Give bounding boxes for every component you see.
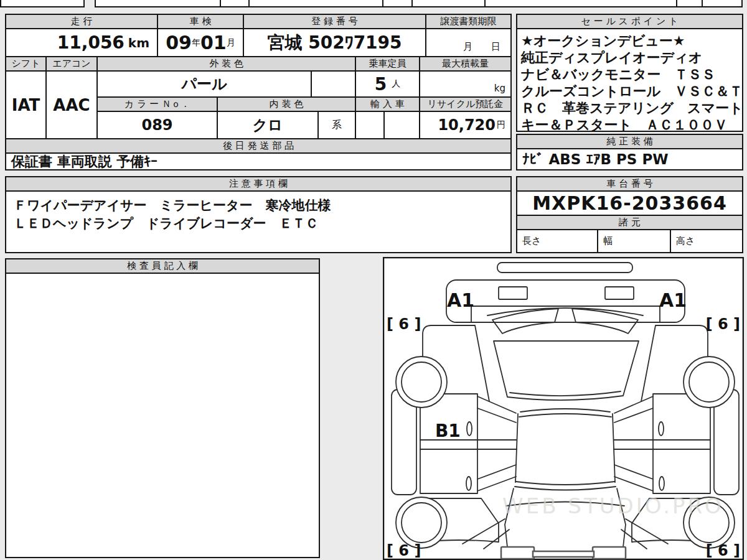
exterior-color-extra-cell — [311, 70, 356, 98]
header-exterior-color: 外 装 色 — [96, 56, 356, 72]
shift-value: IAT — [5, 70, 47, 139]
corner-label-top-left: [ 6 ] — [387, 315, 421, 333]
sliver-cell — [220, 0, 250, 7]
sliver-cell — [0, 0, 85, 7]
sliver-cell — [95, 0, 221, 7]
sales-point-body: ★オークションデビュー★ 純正ディスプレイオーディオ ナビ＆バックモニター ＴＳ… — [516, 28, 743, 132]
inspector-entry-body — [5, 273, 320, 558]
sliver-cell — [248, 0, 383, 7]
shaken-month-unit: 月 — [227, 37, 235, 49]
sales-point-line: キー＆Ｐスタート ＡＣ１００Ｖ — [521, 116, 728, 132]
header-shift: シフト — [5, 56, 47, 72]
damage-label-a1-left: A1 — [447, 289, 474, 311]
import-cell-2 — [383, 111, 420, 139]
header-aircon: エアコン — [45, 56, 98, 72]
chassis-number-value: MXPK16-2033664 — [516, 190, 743, 216]
shaken-month: 01 — [200, 32, 227, 54]
genuine-equipment-value: ﾅﾋﾞ ABS ｴｱB PS PW — [516, 148, 743, 170]
header-import: 輸 入 車 — [355, 96, 420, 112]
later-parts-value: 保証書 車両取説 予備ｷｰ — [5, 152, 512, 170]
registration-value: 宮城 502ﾜ7195 — [243, 28, 426, 57]
recycle-unit: 円 — [497, 119, 505, 131]
aircon-value: AAC — [45, 70, 98, 139]
interior-color-suffix: 系 — [317, 111, 356, 139]
auction-sheet: 走 行 車 検 登 録 番 号 譲渡書類期限 11,056 km 09 年 01… — [0, 0, 747, 560]
sliver-cell — [411, 0, 486, 7]
corner-label-bottom-left: [ 6 ] — [387, 542, 421, 559]
car-diagram-box: A1 A1 B1 [ 6 ] [ 6 ] [ 6 ] [ 6 ] WEB STU… — [383, 257, 744, 560]
sliver-cell — [702, 0, 743, 7]
shaken-year-unit: 年 — [192, 37, 200, 49]
capacity-unit: 人 — [392, 78, 400, 90]
import-cell-1 — [355, 111, 385, 139]
sliver-cell — [676, 0, 703, 7]
header-capacity: 乗車定員 — [355, 56, 420, 72]
header-inspector-entry: 検 査 員 記 入 欄 — [5, 258, 320, 274]
header-recycle-deposit: リサイクル預託金 — [419, 96, 512, 112]
header-interior-color: 内 装 色 — [217, 96, 356, 112]
recycle-deposit-value: 10,720 円 — [419, 111, 512, 139]
header-notes: 注 意 事 項 欄 — [5, 176, 512, 192]
corner-label-bottom-right: [ 6 ] — [706, 542, 740, 559]
header-mileage: 走 行 — [5, 14, 158, 29]
spec-height-cell: 高さ — [670, 229, 743, 253]
capacity-number: 5 — [375, 74, 387, 95]
capacity-value: 5 人 — [355, 70, 420, 98]
notes-line: Ｆワイパーデアイサー ミラーヒーター 寒冷地仕様 — [14, 197, 331, 215]
damage-label-a1-right: A1 — [659, 289, 687, 311]
header-color-no: カ ラ ー Ｎｏ． — [96, 96, 218, 112]
notes-line: ＬＥＤヘッドランプ ドライブレコーダー ＥＴＣ — [14, 215, 318, 233]
spec-width-cell: 幅 — [597, 229, 671, 253]
shaken-year: 09 — [166, 32, 192, 54]
sliver-cell — [484, 0, 677, 7]
sales-point-line: 純正ディスプレイオーディオ — [521, 49, 702, 66]
spec-length-cell: 長さ — [516, 229, 598, 253]
interior-color-value: クロ — [217, 111, 319, 139]
corner-label-top-right: [ 6 ] — [706, 315, 740, 333]
transfer-deadline-value: 月 日 — [425, 28, 512, 57]
exterior-color-value: パール — [96, 70, 312, 98]
taillight-right — [593, 547, 626, 559]
mileage-unit: km — [128, 35, 149, 50]
mileage-number: 11,056 — [57, 32, 125, 53]
notes-body: Ｆワイパーデアイサー ミラーヒーター 寒冷地仕様 ＬＥＤヘッドランプ ドライブレ… — [5, 190, 512, 253]
shaken-value: 09 年 01 月 — [157, 28, 244, 57]
sales-point-line: ★オークションデビュー★ — [521, 32, 685, 49]
header-genuine-equipment: 純 正 装 備 — [516, 134, 743, 149]
watermark: WEB STUDIO.PRO — [502, 493, 724, 518]
color-no-value: 089 — [96, 111, 218, 139]
header-specifications: 諸 元 — [516, 215, 743, 230]
header-sales-point: セ ー ル ス ポ イ ン ト — [516, 14, 743, 29]
header-shaken: 車 検 — [157, 14, 244, 29]
header-chassis-number: 車 台 番 号 — [516, 176, 743, 192]
sales-point-line: ＲＣ 革巻ステアリング スマート — [521, 100, 743, 116]
car-diagram: A1 A1 B1 [ 6 ] [ 6 ] [ 6 ] [ 6 ] WEB STU… — [383, 257, 744, 560]
header-transfer-deadline: 譲渡書類期限 — [425, 14, 512, 29]
rear-bumper-bar — [533, 551, 594, 557]
sales-point-line: ナビ＆バックモニター ＴＳＳ — [521, 66, 715, 83]
recycle-number: 10,720 — [438, 116, 496, 134]
header-later-parts: 後 日 発 送 部 品 — [5, 138, 512, 154]
damage-label-b1: B1 — [435, 421, 461, 441]
taillight-left — [501, 547, 534, 559]
sales-point-line: クルーズコントロール ＶＳＣ＆Ｔ — [521, 83, 743, 100]
max-load-value: kg — [419, 70, 512, 98]
header-registration: 登 録 番 号 — [243, 14, 426, 29]
header-max-load: 最大積載量 — [419, 56, 512, 72]
sliver-cell — [382, 0, 413, 7]
mileage-value: 11,056 km — [5, 28, 158, 57]
